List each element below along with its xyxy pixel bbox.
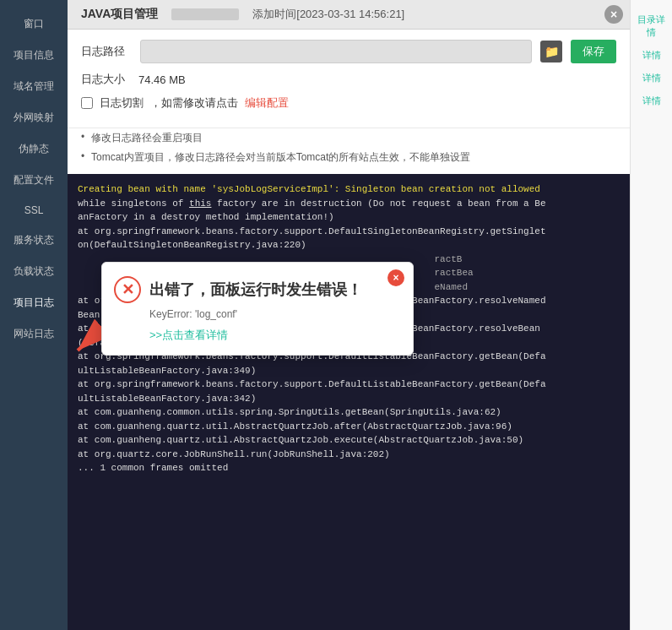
info-item-0: 修改日志路径会重启项目 (81, 128, 616, 148)
log-path-row: 日志路径 📁 保存 (81, 40, 616, 63)
error-icon: ✕ (114, 276, 141, 303)
folder-icon[interactable]: 📁 (540, 41, 562, 62)
log-cut-checkbox[interactable] (81, 97, 93, 109)
project-name-blurred (171, 8, 239, 20)
sidebar-item-service[interactable]: 服务状态 (0, 225, 68, 256)
right-hint-2[interactable]: 详情 (631, 67, 672, 90)
form-area: 日志路径 📁 保存 日志大小 74.46 MB 日志切割 ，如需修改请点击 编辑… (68, 30, 630, 128)
log-size-value: 74.46 MB (138, 73, 186, 86)
log-size-label: 日志大小 (81, 72, 132, 87)
log-path-input-blurred (140, 40, 532, 63)
error-close-button[interactable]: × (387, 269, 404, 286)
log-line-13: ultListableBeanFactory.java:349) (78, 364, 620, 378)
sidebar: 窗口 项目信息 域名管理 外网映射 伪静态 配置文件 SSL 服务状态 负载状态… (0, 0, 68, 630)
log-line-3: at org.springframework.beans.factory.sup… (78, 225, 620, 239)
sidebar-item-config[interactable]: 配置文件 (0, 165, 68, 196)
info-item-1: Tomcat内置项目，修改日志路径会对当前版本Tomcat的所有站点生效，不能单… (81, 148, 616, 167)
log-path-label: 日志路径 (81, 44, 132, 59)
log-line-19: at org.quartz.core.JobRunShell.run(JobRu… (78, 448, 620, 462)
right-hint-1[interactable]: 详情 (631, 44, 672, 67)
log-line-15: ultListableBeanFactory.java:342) (78, 392, 620, 406)
sidebar-item-port-map[interactable]: 外网映射 (0, 102, 68, 133)
log-line-0: Creating bean with name 'sysJobLogServic… (78, 182, 620, 197)
log-terminal[interactable]: Creating bean with name 'sysJobLogServic… (68, 174, 630, 630)
error-subtitle: KeyError: 'log_conf' (149, 308, 398, 320)
info-list: 修改日志路径会重启项目 Tomcat内置项目，修改日志路径会对当前版本Tomca… (68, 128, 630, 174)
log-cut-hint: ，如需修改请点击 (150, 95, 238, 111)
sidebar-item-rewrite[interactable]: 伪静态 (0, 133, 68, 165)
error-detail-link[interactable]: >>点击查看详情 (149, 329, 228, 341)
right-hints: 目录详情 详情 详情 详情 (630, 0, 672, 630)
app-container: 窗口 项目信息 域名管理 外网映射 伪静态 配置文件 SSL 服务状态 负载状态… (0, 0, 672, 630)
page-title: JAVA项目管理 (81, 7, 158, 22)
log-line-14: at org.springframework.beans.factory.sup… (78, 377, 620, 392)
save-button[interactable]: 保存 (571, 40, 616, 63)
edit-config-link[interactable]: 编辑配置 (245, 95, 289, 111)
log-line-2: anFactory in a destroy method implementa… (78, 210, 620, 225)
right-hint-0[interactable]: 目录详情 (631, 8, 672, 44)
log-cut-row: 日志切割 ，如需修改请点击 编辑配置 (81, 95, 616, 111)
log-line-18: at com.guanheng.quartz.util.AbstractQuar… (78, 433, 620, 448)
sidebar-item-project-info[interactable]: 项目信息 (0, 40, 68, 71)
log-size-row: 日志大小 74.46 MB (81, 72, 616, 87)
log-line-20: ... 1 common frames omitted (78, 461, 620, 475)
sidebar-item-load[interactable]: 负载状态 (0, 256, 68, 287)
sidebar-item-domain[interactable]: 域名管理 (0, 71, 68, 102)
log-line-16: at com.guanheng.common.utils.spring.Spri… (78, 405, 620, 420)
main-header: JAVA项目管理 添加时间[2023-03-31 14:56:21] × (68, 0, 630, 30)
error-dialog: ✕ 出错了，面板运行时发生错误！ KeyError: 'log_conf' >>… (101, 262, 414, 356)
error-dialog-header: ✕ 出错了，面板运行时发生错误！ (114, 276, 398, 303)
right-hint-3[interactable]: 详情 (631, 90, 672, 112)
sidebar-item-window[interactable]: 窗口 (0, 8, 68, 40)
error-title: 出错了，面板运行时发生错误！ (149, 280, 362, 300)
log-line-17: at com.guanheng.quartz.util.AbstractQuar… (78, 420, 620, 434)
sidebar-item-project-log[interactable]: 项目日志 (0, 287, 68, 318)
window-close-button[interactable]: × (604, 5, 623, 24)
log-line-1: while singletons of this factory are in … (78, 197, 620, 211)
log-line-4: on(DefaultSingletonBeanRegistry.java:220… (78, 238, 620, 253)
add-time: 添加时间[2023-03-31 14:56:21] (252, 7, 404, 22)
log-cut-label: 日志切割 (100, 95, 144, 111)
sidebar-item-ssl[interactable]: SSL (0, 196, 68, 225)
sidebar-item-site-log[interactable]: 网站日志 (0, 318, 68, 350)
